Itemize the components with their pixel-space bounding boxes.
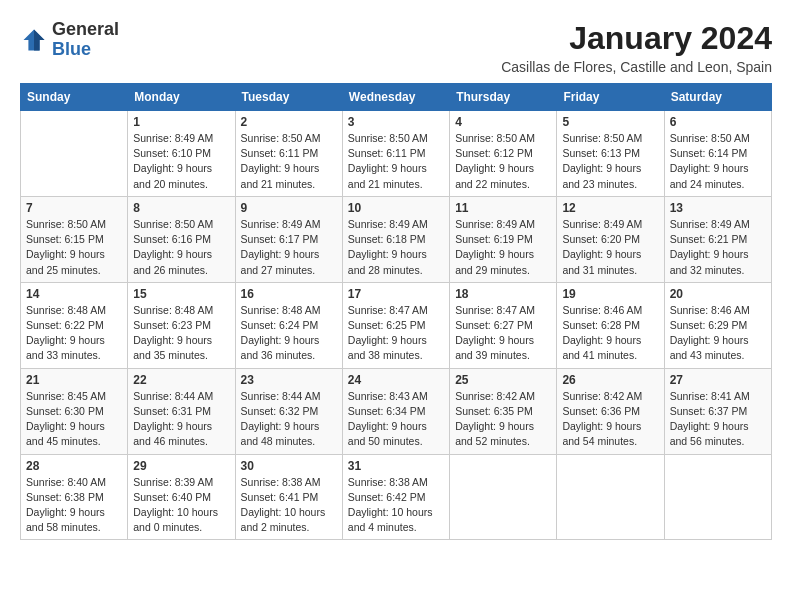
calendar-table: SundayMondayTuesdayWednesdayThursdayFrid… <box>20 83 772 540</box>
day-number: 18 <box>455 287 551 301</box>
calendar-cell: 27Sunrise: 8:41 AM Sunset: 6:37 PM Dayli… <box>664 368 771 454</box>
day-info: Sunrise: 8:42 AM Sunset: 6:35 PM Dayligh… <box>455 389 551 450</box>
day-info: Sunrise: 8:47 AM Sunset: 6:25 PM Dayligh… <box>348 303 444 364</box>
calendar-cell: 31Sunrise: 8:38 AM Sunset: 6:42 PM Dayli… <box>342 454 449 540</box>
logo-blue-text: Blue <box>52 39 91 59</box>
logo-general-text: General <box>52 19 119 39</box>
day-number: 8 <box>133 201 229 215</box>
calendar-cell: 22Sunrise: 8:44 AM Sunset: 6:31 PM Dayli… <box>128 368 235 454</box>
column-header-tuesday: Tuesday <box>235 84 342 111</box>
calendar-cell: 3Sunrise: 8:50 AM Sunset: 6:11 PM Daylig… <box>342 111 449 197</box>
calendar-cell: 21Sunrise: 8:45 AM Sunset: 6:30 PM Dayli… <box>21 368 128 454</box>
calendar-week-4: 21Sunrise: 8:45 AM Sunset: 6:30 PM Dayli… <box>21 368 772 454</box>
day-info: Sunrise: 8:49 AM Sunset: 6:19 PM Dayligh… <box>455 217 551 278</box>
day-number: 21 <box>26 373 122 387</box>
day-number: 6 <box>670 115 766 129</box>
column-header-sunday: Sunday <box>21 84 128 111</box>
day-number: 2 <box>241 115 337 129</box>
calendar-cell: 10Sunrise: 8:49 AM Sunset: 6:18 PM Dayli… <box>342 196 449 282</box>
calendar-cell: 14Sunrise: 8:48 AM Sunset: 6:22 PM Dayli… <box>21 282 128 368</box>
calendar-cell: 23Sunrise: 8:44 AM Sunset: 6:32 PM Dayli… <box>235 368 342 454</box>
day-number: 28 <box>26 459 122 473</box>
day-number: 20 <box>670 287 766 301</box>
location-title: Casillas de Flores, Castille and Leon, S… <box>501 59 772 75</box>
month-title: January 2024 <box>501 20 772 57</box>
day-info: Sunrise: 8:50 AM Sunset: 6:11 PM Dayligh… <box>348 131 444 192</box>
logo: General Blue <box>20 20 119 60</box>
day-number: 14 <box>26 287 122 301</box>
calendar-cell: 11Sunrise: 8:49 AM Sunset: 6:19 PM Dayli… <box>450 196 557 282</box>
calendar-cell: 9Sunrise: 8:49 AM Sunset: 6:17 PM Daylig… <box>235 196 342 282</box>
day-info: Sunrise: 8:38 AM Sunset: 6:41 PM Dayligh… <box>241 475 337 536</box>
day-number: 3 <box>348 115 444 129</box>
day-info: Sunrise: 8:44 AM Sunset: 6:31 PM Dayligh… <box>133 389 229 450</box>
day-number: 27 <box>670 373 766 387</box>
column-header-thursday: Thursday <box>450 84 557 111</box>
day-info: Sunrise: 8:50 AM Sunset: 6:14 PM Dayligh… <box>670 131 766 192</box>
calendar-cell: 24Sunrise: 8:43 AM Sunset: 6:34 PM Dayli… <box>342 368 449 454</box>
day-info: Sunrise: 8:39 AM Sunset: 6:40 PM Dayligh… <box>133 475 229 536</box>
calendar-week-1: 1Sunrise: 8:49 AM Sunset: 6:10 PM Daylig… <box>21 111 772 197</box>
calendar-cell: 6Sunrise: 8:50 AM Sunset: 6:14 PM Daylig… <box>664 111 771 197</box>
day-info: Sunrise: 8:48 AM Sunset: 6:22 PM Dayligh… <box>26 303 122 364</box>
column-header-saturday: Saturday <box>664 84 771 111</box>
day-number: 25 <box>455 373 551 387</box>
calendar-cell: 30Sunrise: 8:38 AM Sunset: 6:41 PM Dayli… <box>235 454 342 540</box>
calendar-cell: 5Sunrise: 8:50 AM Sunset: 6:13 PM Daylig… <box>557 111 664 197</box>
day-number: 4 <box>455 115 551 129</box>
calendar-cell <box>450 454 557 540</box>
calendar-cell: 4Sunrise: 8:50 AM Sunset: 6:12 PM Daylig… <box>450 111 557 197</box>
day-info: Sunrise: 8:50 AM Sunset: 6:11 PM Dayligh… <box>241 131 337 192</box>
day-info: Sunrise: 8:49 AM Sunset: 6:10 PM Dayligh… <box>133 131 229 192</box>
calendar-cell: 20Sunrise: 8:46 AM Sunset: 6:29 PM Dayli… <box>664 282 771 368</box>
day-number: 29 <box>133 459 229 473</box>
day-number: 7 <box>26 201 122 215</box>
calendar-cell: 16Sunrise: 8:48 AM Sunset: 6:24 PM Dayli… <box>235 282 342 368</box>
day-number: 13 <box>670 201 766 215</box>
calendar-body: 1Sunrise: 8:49 AM Sunset: 6:10 PM Daylig… <box>21 111 772 540</box>
calendar-cell: 25Sunrise: 8:42 AM Sunset: 6:35 PM Dayli… <box>450 368 557 454</box>
calendar-cell: 19Sunrise: 8:46 AM Sunset: 6:28 PM Dayli… <box>557 282 664 368</box>
day-info: Sunrise: 8:49 AM Sunset: 6:21 PM Dayligh… <box>670 217 766 278</box>
calendar-cell: 13Sunrise: 8:49 AM Sunset: 6:21 PM Dayli… <box>664 196 771 282</box>
day-info: Sunrise: 8:42 AM Sunset: 6:36 PM Dayligh… <box>562 389 658 450</box>
day-number: 12 <box>562 201 658 215</box>
day-number: 26 <box>562 373 658 387</box>
day-info: Sunrise: 8:48 AM Sunset: 6:23 PM Dayligh… <box>133 303 229 364</box>
day-number: 15 <box>133 287 229 301</box>
calendar-cell <box>21 111 128 197</box>
day-number: 24 <box>348 373 444 387</box>
day-info: Sunrise: 8:50 AM Sunset: 6:15 PM Dayligh… <box>26 217 122 278</box>
calendar-cell: 26Sunrise: 8:42 AM Sunset: 6:36 PM Dayli… <box>557 368 664 454</box>
day-number: 5 <box>562 115 658 129</box>
day-number: 10 <box>348 201 444 215</box>
calendar-cell: 28Sunrise: 8:40 AM Sunset: 6:38 PM Dayli… <box>21 454 128 540</box>
day-info: Sunrise: 8:46 AM Sunset: 6:29 PM Dayligh… <box>670 303 766 364</box>
calendar-cell: 17Sunrise: 8:47 AM Sunset: 6:25 PM Dayli… <box>342 282 449 368</box>
calendar-week-3: 14Sunrise: 8:48 AM Sunset: 6:22 PM Dayli… <box>21 282 772 368</box>
day-number: 23 <box>241 373 337 387</box>
page-header: General Blue January 2024 Casillas de Fl… <box>20 20 772 75</box>
day-number: 16 <box>241 287 337 301</box>
day-number: 30 <box>241 459 337 473</box>
day-info: Sunrise: 8:45 AM Sunset: 6:30 PM Dayligh… <box>26 389 122 450</box>
day-info: Sunrise: 8:50 AM Sunset: 6:13 PM Dayligh… <box>562 131 658 192</box>
calendar-week-5: 28Sunrise: 8:40 AM Sunset: 6:38 PM Dayli… <box>21 454 772 540</box>
calendar-cell <box>557 454 664 540</box>
logo-icon <box>20 26 48 54</box>
day-number: 17 <box>348 287 444 301</box>
column-header-monday: Monday <box>128 84 235 111</box>
day-info: Sunrise: 8:49 AM Sunset: 6:18 PM Dayligh… <box>348 217 444 278</box>
calendar-week-2: 7Sunrise: 8:50 AM Sunset: 6:15 PM Daylig… <box>21 196 772 282</box>
day-number: 11 <box>455 201 551 215</box>
day-info: Sunrise: 8:44 AM Sunset: 6:32 PM Dayligh… <box>241 389 337 450</box>
calendar-cell: 15Sunrise: 8:48 AM Sunset: 6:23 PM Dayli… <box>128 282 235 368</box>
day-info: Sunrise: 8:48 AM Sunset: 6:24 PM Dayligh… <box>241 303 337 364</box>
calendar-cell: 7Sunrise: 8:50 AM Sunset: 6:15 PM Daylig… <box>21 196 128 282</box>
day-info: Sunrise: 8:46 AM Sunset: 6:28 PM Dayligh… <box>562 303 658 364</box>
calendar-cell: 12Sunrise: 8:49 AM Sunset: 6:20 PM Dayli… <box>557 196 664 282</box>
day-info: Sunrise: 8:41 AM Sunset: 6:37 PM Dayligh… <box>670 389 766 450</box>
calendar-header-row: SundayMondayTuesdayWednesdayThursdayFrid… <box>21 84 772 111</box>
calendar-cell: 8Sunrise: 8:50 AM Sunset: 6:16 PM Daylig… <box>128 196 235 282</box>
calendar-cell: 1Sunrise: 8:49 AM Sunset: 6:10 PM Daylig… <box>128 111 235 197</box>
